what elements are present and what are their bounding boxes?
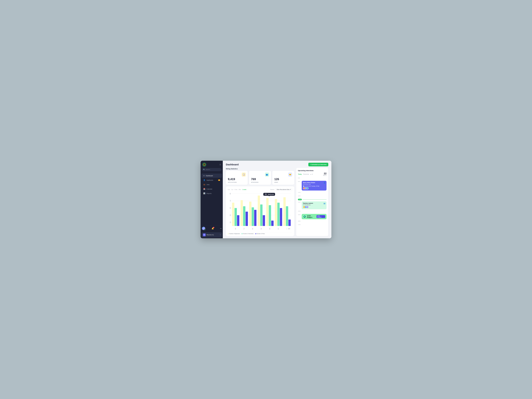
date-month: March: [323, 175, 327, 176]
time-content-1600: [302, 220, 327, 223]
sidebar-collapse-icon[interactable]: ☰: [219, 164, 221, 166]
interviewee-name-joslin: Joslin Rodgers: [307, 215, 317, 218]
filter-1yr[interactable]: 1 yr: [231, 189, 233, 190]
left-panel: Hiring Statistics 📋 9,419 APPLICATIONS 👥…: [226, 168, 294, 236]
interviewee-role-sammy: UX Researcher: [303, 204, 325, 205]
svg-rect-18: [246, 212, 248, 226]
hired-icon: 🤝: [288, 173, 292, 177]
date-arrows[interactable]: ▲▼: [310, 174, 313, 175]
time-slot-1200: 12:00: [298, 195, 327, 198]
company-selector[interactable]: B Bluevine Inc. ▾: [202, 232, 222, 237]
sidebar-footer: U ✓ 🔔 7 ↪: [201, 225, 223, 231]
time-content-1200: [302, 195, 327, 198]
source-label: Source:: [270, 189, 274, 190]
svg-rect-21: [252, 207, 254, 226]
sidebar: ☰ 🔍 ⊙ Dashboard 👤 Applicants 3 💼 Jobs 📅: [201, 161, 223, 238]
time-filters: 5 yr 1 yr 6 mo 30 d 1 week: [228, 189, 246, 190]
time-slot-1100: 11:00: [298, 192, 327, 194]
filter-6mo[interactable]: 6 mo: [235, 189, 237, 190]
sidebar-search[interactable]: 🔍: [202, 168, 222, 171]
time-content-1400: [302, 210, 327, 213]
tab-tomorrow[interactable]: Tomorrow: [303, 173, 309, 175]
notification-badge: 7: [213, 227, 214, 228]
sidebar-header: ☰: [201, 161, 223, 168]
interview-card-joslin[interactable]: JR Joslin Rodgers UI/UX Designer: [302, 214, 327, 219]
calendar-icon: 📅: [203, 188, 205, 190]
applications-icon: 📋: [242, 173, 246, 177]
legend-dot-interviews: [242, 233, 242, 234]
sidebar-item-jobs[interactable]: 💼 Jobs: [202, 183, 222, 187]
chart-tooltip: 78 Applicants: [263, 193, 275, 196]
svg-text:50: 50: [230, 207, 231, 209]
svg-rect-37: [286, 206, 288, 226]
svg-text:10: 10: [230, 221, 231, 223]
legend-label-hires: Number of Hires: [257, 233, 265, 234]
filter-1week[interactable]: 1 week: [242, 189, 246, 190]
filter-5yr[interactable]: 5 yr: [228, 189, 230, 190]
sidebar-item-calendar[interactable]: 📅 Calender: [202, 187, 222, 191]
schedule-interview-button[interactable]: + Schedule an Interview: [308, 163, 328, 166]
stat-card-hired: 🤝 126 HIRED: [272, 171, 294, 185]
date-display: 22 March: [323, 172, 327, 176]
jobs-icon: 💼: [203, 184, 205, 185]
tab-today[interactable]: Today: [298, 173, 302, 175]
applicants-badge: 3: [218, 179, 220, 181]
sidebar-item-label: Dashboard: [206, 175, 213, 177]
svg-rect-29: [269, 205, 271, 226]
svg-rect-16: [241, 200, 243, 226]
svg-rect-33: [277, 203, 280, 226]
time-slot-1300: 13:00 👥 Sammy Lawson UX Researcher SL KT: [298, 201, 327, 209]
sidebar-item-reports[interactable]: 📊 Reports: [202, 191, 222, 196]
interview-card-sammy[interactable]: 👥 Sammy Lawson UX Researcher SL KT MR: [302, 201, 327, 209]
svg-rect-28: [266, 198, 269, 226]
sidebar-item-label: Jobs: [207, 184, 209, 185]
timeline: 8:00 9:00 👤 Maria Athira Shalot: [298, 177, 327, 234]
right-panel: Upcoming Interviews Today Tomorrow ▲▼ 22: [296, 168, 328, 236]
hired-value: 126: [274, 177, 292, 181]
chart-legend: Number of Applicants Number of Interview…: [228, 232, 292, 234]
filter-30d[interactable]: 30 d: [239, 189, 241, 190]
time-slot-1700: 17:00: [298, 224, 327, 226]
search-input[interactable]: [206, 169, 220, 170]
svg-rect-24: [258, 196, 260, 226]
svg-rect-22: [254, 210, 256, 226]
dropdown-chevron-icon: ▾: [290, 189, 291, 190]
interview-time-maria: 🕐 13:30-14:00 Tuesday, 22 Mar: [303, 185, 325, 187]
current-time-indicator: 12:18: [298, 199, 327, 200]
sidebar-item-dashboard[interactable]: ⊙ Dashboard: [202, 174, 222, 178]
date-tabs: Today Tomorrow ▲▼: [298, 173, 313, 175]
stat-card-applications: 📋 9,419 APPLICATIONS: [226, 171, 248, 185]
legend-dot-applicants: [228, 233, 229, 234]
time-label-900: 9:00: [298, 181, 301, 190]
mini-avatar-3: JR: [306, 187, 309, 190]
page-title: Dashboard: [226, 163, 239, 166]
legend-dot-hires: [255, 233, 256, 234]
user-avatar: U ✓: [202, 227, 205, 230]
interview-card-maria[interactable]: 👤 Maria Athira Shalot Marketing Lead 🕐 1…: [302, 181, 327, 190]
stats-section: Hiring Statistics 📋 9,419 APPLICATIONS 👥…: [226, 168, 294, 185]
svg-text:29: 29: [261, 228, 262, 230]
company-logo: B: [203, 234, 206, 236]
logout-button[interactable]: ↪: [220, 228, 222, 229]
date-nav: Today Tomorrow ▲▼ 22 March: [298, 172, 327, 176]
stat-card-interviews: 👥 769 INTERVIEWS: [249, 171, 271, 185]
svg-rect-14: [237, 215, 239, 226]
svg-text:28: 28: [252, 228, 253, 230]
source-dropdown[interactable]: Other Recruitment Sites ▾: [275, 188, 292, 191]
svg-rect-30: [271, 221, 274, 226]
time-label-1300: 13:00: [298, 201, 301, 209]
time-slot-1600: 16:00: [298, 220, 327, 223]
dashboard-icon: ⊙: [203, 175, 205, 177]
stats-cards: 📋 9,419 APPLICATIONS 👥 769 INTERVIEWS 🤝 …: [226, 171, 294, 185]
current-time-badge: 12:18: [298, 199, 302, 200]
applications-value: 9,419: [228, 177, 246, 181]
svg-point-1: [203, 164, 205, 165]
sidebar-item-applicants[interactable]: 👤 Applicants 3: [202, 178, 222, 182]
legend-label-interviews: Number of Interviews: [243, 233, 253, 234]
svg-rect-38: [288, 220, 291, 226]
notifications-button[interactable]: 🔔 7: [212, 228, 214, 229]
online-indicator: ✓: [204, 229, 205, 230]
applications-label: APPLICATIONS: [228, 182, 246, 183]
company-name: Bluevine Inc.: [207, 234, 219, 236]
interviews-icon: 👥: [265, 173, 269, 177]
